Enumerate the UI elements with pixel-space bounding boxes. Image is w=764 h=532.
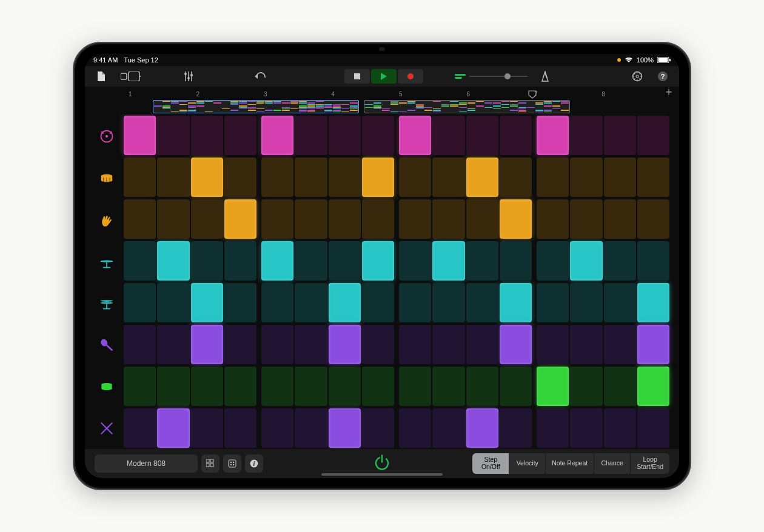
step-cell[interactable] [329,116,361,155]
step-cell[interactable] [124,408,156,448]
add-track-button[interactable]: ＋ [663,84,674,99]
step-cell[interactable] [295,283,327,322]
step-cell[interactable] [399,408,431,448]
step-cell[interactable] [224,325,256,364]
step-cell[interactable] [191,241,223,281]
region-selected[interactable] [153,100,359,113]
step-cell[interactable] [604,367,636,406]
view-browser-button[interactable] [119,68,143,84]
step-cell[interactable] [157,367,189,406]
step-cell[interactable] [537,283,569,322]
step-cell[interactable] [329,325,361,364]
step-cell[interactable] [295,367,327,406]
step-cell[interactable] [191,408,223,448]
step-cell[interactable] [157,199,189,239]
file-button[interactable] [93,68,109,84]
info-button[interactable]: i [245,454,263,473]
step-cell[interactable] [399,116,431,155]
step-cell[interactable] [637,367,669,406]
step-cell[interactable] [432,116,464,155]
step-cell[interactable] [466,116,498,155]
step-cell[interactable] [570,116,602,155]
step-cell[interactable] [157,158,189,197]
sticks-instrument-icon[interactable] [90,408,124,448]
step-cell[interactable] [570,367,602,406]
mode-velocity-button[interactable]: Velocity [509,453,545,474]
step-cell[interactable] [604,158,636,197]
step-cell[interactable] [466,367,498,406]
step-cell[interactable] [432,325,464,364]
step-cell[interactable] [295,325,327,364]
step-cell[interactable] [329,241,361,281]
step-cell[interactable] [537,367,569,406]
clap-instrument-icon[interactable] [90,201,124,240]
step-cell[interactable] [157,241,189,281]
step-cell[interactable] [637,408,669,448]
step-cell[interactable] [157,116,189,155]
step-cell[interactable] [191,367,223,406]
step-cell[interactable] [604,408,636,448]
step-cell[interactable] [399,283,431,322]
timeline-ruler[interactable]: 1 2 3 4 5 6 7 8 ＋ [85,87,679,99]
record-button[interactable] [398,69,423,84]
grid-view-button[interactable] [201,454,219,473]
step-cell[interactable] [124,158,156,197]
step-cell[interactable] [500,408,532,448]
step-cell[interactable] [604,283,636,322]
step-cell[interactable] [466,408,498,448]
step-cell[interactable] [362,367,394,406]
step-cell[interactable] [637,283,669,322]
step-cell[interactable] [224,408,256,448]
step-cell[interactable] [329,283,361,322]
step-cell[interactable] [329,408,361,448]
mixer-button[interactable] [181,68,196,84]
tom-instrument-icon[interactable] [90,367,124,407]
kick-instrument-icon[interactable] [90,117,124,156]
step-cell[interactable] [362,158,394,197]
step-cell[interactable] [329,367,361,406]
step-cell[interactable] [432,199,464,239]
step-cell[interactable] [261,116,293,155]
step-cell[interactable] [604,325,636,364]
step-cell[interactable] [261,408,293,448]
step-cell[interactable] [224,241,256,281]
step-cell[interactable] [295,158,327,197]
playhead-icon[interactable] [528,90,537,99]
step-cell[interactable] [500,283,532,322]
step-cell[interactable] [124,116,156,155]
step-cell[interactable] [432,408,464,448]
step-cell[interactable] [432,283,464,322]
step-cell[interactable] [224,367,256,406]
step-cell[interactable] [466,325,498,364]
step-cell[interactable] [466,241,498,281]
step-cell[interactable] [362,116,394,155]
step-cell[interactable] [191,116,223,155]
step-cell[interactable] [500,158,532,197]
step-cell[interactable] [362,283,394,322]
stop-button[interactable] [344,69,370,84]
home-indicator[interactable] [321,473,443,476]
step-cell[interactable] [295,241,327,281]
step-cell[interactable] [500,367,532,406]
step-cell[interactable] [261,158,293,197]
step-cell[interactable] [124,283,156,322]
step-cell[interactable] [466,283,498,322]
randomize-button[interactable] [223,454,241,473]
step-cell[interactable] [224,158,256,197]
step-cell[interactable] [157,408,189,448]
step-cell[interactable] [399,367,431,406]
step-cell[interactable] [637,241,669,281]
step-cell[interactable] [224,116,256,155]
step-cell[interactable] [537,199,569,239]
arrangement-overview[interactable] [153,100,669,113]
step-cell[interactable] [604,199,636,239]
mode-loop-start-end-button[interactable]: LoopStart/End [630,453,669,474]
settings-button[interactable] [629,68,645,84]
step-cell[interactable] [570,199,602,239]
step-cell[interactable] [224,283,256,322]
preset-selector[interactable]: Modern 808 [95,454,198,473]
step-cell[interactable] [432,158,464,197]
step-cell[interactable] [500,116,532,155]
step-cell[interactable] [500,325,532,364]
step-cell[interactable] [157,283,189,322]
